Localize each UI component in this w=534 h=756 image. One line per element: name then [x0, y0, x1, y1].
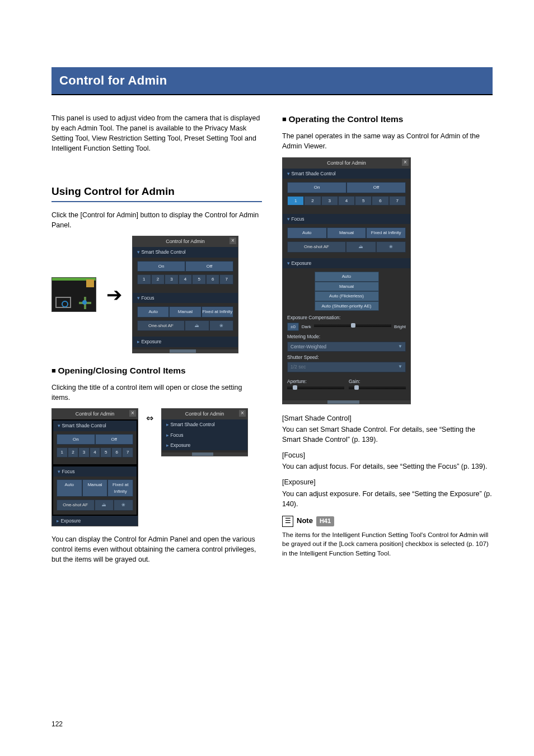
exp-comp-label: Exposure Compensation: [287, 314, 406, 321]
exp-comp-value: ±0 [287, 323, 299, 332]
exp-shutter-priority[interactable]: Auto (Shutter-priority AE) [315, 301, 379, 311]
arrow-right-icon: ➔ [106, 285, 122, 304]
open-close-paragraph: Clicking the title of a control item wil… [51, 382, 262, 403]
gain-label: Gain: [349, 378, 406, 385]
shutter-label: Shutter Speed: [287, 354, 406, 361]
focus-head: [Focus] [282, 450, 493, 460]
section-ssc[interactable]: Smart Shade Control [133, 247, 238, 257]
focus-manual[interactable]: Manual [327, 227, 367, 239]
close-icon[interactable]: × [129, 410, 136, 417]
ssc-head: [Smart Shade Control] [282, 413, 493, 423]
panel-expanded-small: Control for Admin× Smart Shade Control O… [51, 408, 138, 526]
ssc-on[interactable]: On [287, 182, 346, 193]
exp-auto[interactable]: Auto [315, 272, 379, 282]
close-icon[interactable]: × [239, 410, 246, 417]
focus-body: You can adjust focus. For details, see “… [282, 461, 493, 472]
far-icon[interactable]: ❀ [376, 241, 406, 253]
exp-comp-slider[interactable] [314, 324, 391, 327]
exposure-body: You can adjust exposure. For details, se… [282, 489, 493, 509]
operating-paragraph: The panel operates in the same way as Co… [282, 131, 493, 151]
intro-paragraph: This panel is used to adjust video from … [51, 113, 262, 154]
double-arrow-icon: ⇔ [146, 412, 153, 424]
control-panel-full: Control for Admin× Smart Shade Control O… [282, 157, 411, 404]
exposure-head: [Exposure] [282, 477, 493, 487]
focus-auto[interactable]: Auto [287, 227, 327, 239]
note-label: Note [297, 516, 313, 526]
ssc-body: You can set Smart Shade Control. For det… [282, 424, 493, 445]
note-icon: ☰ [282, 516, 293, 527]
panel-collapsed-small: Control for Admin× Smart Shade Control F… [161, 408, 248, 456]
close-icon[interactable]: × [402, 159, 409, 166]
section-exposure[interactable]: Exposure [283, 258, 410, 268]
ssc-off[interactable]: Off [346, 182, 406, 193]
metering-select[interactable]: Center-Weighted▼ [287, 342, 406, 352]
toggle-comparison: Control for Admin× Smart Shade Control O… [51, 408, 262, 526]
section-ssc[interactable]: Smart Shade Control [283, 169, 410, 179]
section-exposure[interactable]: Exposure [133, 337, 238, 347]
focus-fixed[interactable]: Fixed at Infinity [366, 227, 406, 239]
grayed-out-paragraph: You can display the Control for Admin Pa… [51, 534, 262, 564]
exp-manual[interactable]: Manual [315, 282, 379, 292]
camera-preview-icon [51, 277, 96, 312]
exp-flickerless[interactable]: Auto (Flickerless) [315, 291, 379, 301]
close-icon[interactable]: × [229, 237, 236, 244]
aperture-slider[interactable] [287, 386, 344, 389]
control-panel-preview: Control for Admin × Smart Shade Control … [132, 236, 238, 353]
aperture-label: Aperture: [287, 378, 344, 385]
page-number: 122 [51, 720, 63, 729]
open-close-heading: Opening/Closing Control Items [51, 365, 262, 377]
page-title-bar: Control for Admin [51, 67, 493, 95]
using-heading: Using Control for Admin [51, 184, 262, 202]
gain-slider[interactable] [349, 386, 406, 389]
metering-label: Metering Mode: [287, 333, 406, 340]
thumbnail-row: ➔ Control for Admin × Smart Shade Contro… [51, 236, 262, 353]
note-text: The items for the Intelligent Function S… [282, 530, 493, 558]
section-focus[interactable]: Focus [283, 214, 410, 224]
near-icon[interactable]: ⛰ [346, 241, 376, 253]
model-tag: H41 [316, 516, 334, 526]
panel-title: Control for Admin × [133, 236, 238, 247]
operating-heading: Operating the Control Items [282, 113, 493, 125]
one-shot-af-button[interactable]: One-shot AF [287, 241, 346, 253]
click-paragraph: Click the [Control for Admin] button to … [51, 210, 262, 230]
shutter-select[interactable]: 1/2 sec▼ [287, 362, 406, 372]
section-focus[interactable]: Focus [133, 293, 238, 303]
